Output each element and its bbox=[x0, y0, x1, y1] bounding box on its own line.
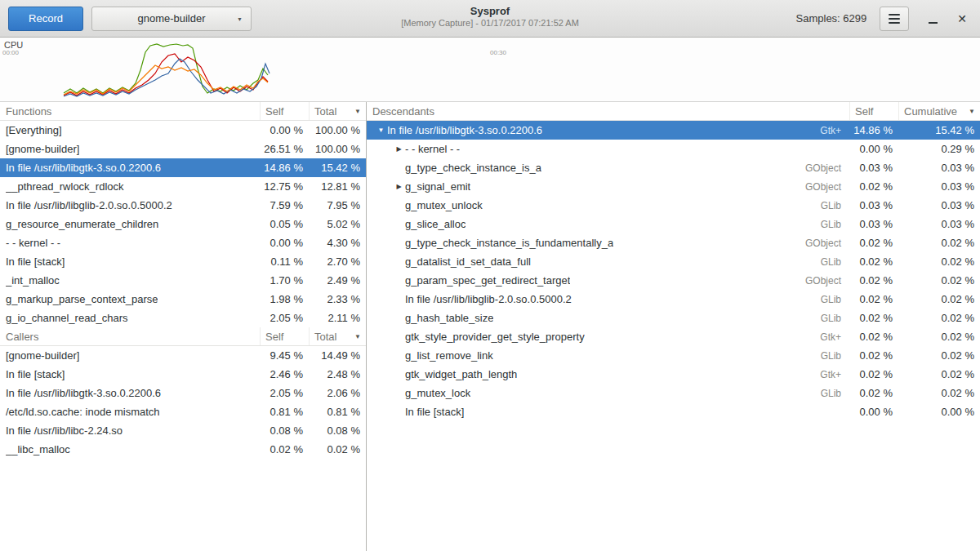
menu-button[interactable] bbox=[880, 7, 909, 31]
table-row[interactable]: In file /usr/lib/libgtk-3.so.0.2200.62.0… bbox=[0, 384, 366, 402]
table-row[interactable]: _int_malloc1.70 %2.49 % bbox=[0, 271, 366, 290]
column-header-total[interactable]: Total ▼ bbox=[309, 327, 366, 345]
row-name-cell: [gnome-builder] bbox=[0, 140, 260, 158]
column-header-self[interactable]: Self bbox=[260, 327, 309, 345]
self-percent: 14.86 % bbox=[260, 158, 309, 177]
table-row[interactable]: In file [stack]0.11 %2.70 % bbox=[0, 252, 366, 271]
table-row[interactable]: gtk_widget_path_lengthGtk+0.02 %0.02 % bbox=[367, 365, 980, 384]
library-label: Gtk+ bbox=[820, 331, 849, 343]
table-row[interactable]: g_resource_enumerate_children0.05 %5.02 … bbox=[0, 215, 366, 233]
total-percent: 2.49 % bbox=[309, 271, 366, 290]
table-row[interactable]: - - kernel - -0.00 %4.30 % bbox=[0, 233, 366, 252]
library-label: GLib bbox=[821, 294, 849, 305]
tree-indent bbox=[372, 355, 393, 356]
table-row[interactable]: g_datalist_id_set_data_fullGLib0.02 %0.0… bbox=[367, 252, 980, 271]
column-header-callers[interactable]: Callers bbox=[0, 327, 260, 345]
self-percent: 1.70 % bbox=[260, 271, 309, 290]
function-name: [Everything] bbox=[6, 124, 62, 136]
self-percent: 2.05 % bbox=[260, 384, 309, 402]
table-row[interactable]: ▼In file /usr/lib/libgtk-3.so.0.2200.6Gt… bbox=[367, 121, 980, 140]
row-name-cell: ▶- - kernel - - bbox=[367, 140, 849, 158]
table-row[interactable]: g_markup_parse_context_parse1.98 %2.33 % bbox=[0, 290, 366, 309]
total-percent: 0.03 % bbox=[898, 158, 980, 177]
table-row[interactable]: [gnome-builder]26.51 %100.00 % bbox=[0, 140, 366, 158]
close-button[interactable]: ✕ bbox=[957, 13, 967, 24]
column-header-self[interactable]: Self bbox=[260, 102, 309, 120]
table-row[interactable]: g_param_spec_get_redirect_targetGObject0… bbox=[367, 271, 980, 290]
total-percent: 12.81 % bbox=[309, 177, 366, 196]
table-row[interactable]: ▶- - kernel - -0.00 %0.29 % bbox=[367, 140, 980, 158]
table-row[interactable]: [Everything]0.00 %100.00 % bbox=[0, 121, 366, 140]
function-name: g_list_remove_link bbox=[405, 349, 493, 362]
minimize-button[interactable] bbox=[929, 13, 938, 24]
table-row[interactable]: g_slice_allocGLib0.03 %0.03 % bbox=[367, 215, 980, 233]
self-percent: 0.81 % bbox=[260, 402, 309, 421]
function-name: In file /usr/lib/libc-2.24.so bbox=[6, 424, 122, 437]
self-percent: 14.86 % bbox=[849, 121, 898, 140]
tree-indent bbox=[372, 224, 393, 224]
self-percent: 0.02 % bbox=[849, 233, 898, 252]
column-header-cumulative[interactable]: Cumulative ▼ bbox=[898, 102, 980, 120]
function-name: gtk_widget_path_length bbox=[405, 368, 517, 380]
main-content: Functions Self Total ▼ [Everything]0.00 … bbox=[0, 102, 980, 551]
time-tick-mid: 00:30 bbox=[490, 49, 506, 56]
expander-closed-icon[interactable]: ▶ bbox=[393, 145, 405, 153]
table-row[interactable]: In file [stack]0.00 %0.00 % bbox=[367, 402, 980, 421]
record-button[interactable]: Record bbox=[8, 7, 83, 31]
table-row[interactable]: g_type_check_instance_is_fundamentally_a… bbox=[367, 233, 980, 252]
table-row[interactable]: In file /usr/lib/libgtk-3.so.0.2200.614.… bbox=[0, 158, 366, 177]
row-name-cell: g_io_channel_read_chars bbox=[0, 309, 260, 327]
table-row[interactable]: g_mutex_lockGLib0.02 %0.02 % bbox=[367, 384, 980, 402]
function-name: g_mutex_lock bbox=[405, 387, 470, 399]
table-row[interactable]: In file /usr/lib/libc-2.24.so0.08 %0.08 … bbox=[0, 421, 366, 440]
total-percent: 0.02 % bbox=[898, 365, 980, 384]
table-row[interactable]: /etc/ld.so.cache: inode mismatch0.81 %0.… bbox=[0, 402, 366, 421]
library-label: GLib bbox=[821, 313, 849, 324]
column-label: Functions bbox=[6, 105, 51, 118]
cpu-graph[interactable]: CPU 00:00 00:30 bbox=[0, 38, 980, 102]
table-row[interactable]: In file /usr/lib/libglib-2.0.so.0.5000.2… bbox=[0, 196, 366, 215]
function-name: [gnome-builder] bbox=[6, 143, 79, 155]
table-row[interactable]: g_io_channel_read_chars2.05 %2.11 % bbox=[0, 309, 366, 327]
total-percent: 14.49 % bbox=[309, 346, 366, 365]
table-row[interactable]: g_list_remove_linkGLib0.02 %0.02 % bbox=[367, 346, 980, 365]
function-name: In file /usr/lib/libgtk-3.so.0.2200.6 bbox=[6, 162, 161, 174]
library-label: GObject bbox=[805, 275, 849, 287]
function-name: In file [stack] bbox=[6, 368, 65, 380]
function-name: __pthread_rwlock_rdlock bbox=[6, 180, 124, 193]
self-percent: 0.00 % bbox=[849, 140, 898, 158]
column-header-descendants[interactable]: Descendants bbox=[367, 102, 849, 120]
table-row[interactable]: In file [stack]2.46 %2.48 % bbox=[0, 365, 366, 384]
expander-closed-icon[interactable]: ▶ bbox=[393, 183, 405, 190]
column-header-total[interactable]: Total ▼ bbox=[309, 102, 366, 120]
total-percent: 15.42 % bbox=[309, 158, 366, 177]
table-row[interactable]: g_hash_table_sizeGLib0.02 %0.02 % bbox=[367, 309, 980, 327]
self-percent: 2.46 % bbox=[260, 365, 309, 384]
column-label: Cumulative bbox=[904, 105, 957, 118]
library-label: Gtk+ bbox=[820, 369, 849, 380]
library-label: GLib bbox=[821, 219, 849, 230]
process-selector[interactable]: gnome-builder ▼ bbox=[91, 7, 252, 31]
tree-indent bbox=[372, 336, 393, 337]
column-header-functions[interactable]: Functions bbox=[0, 102, 260, 120]
tree-indent bbox=[372, 186, 393, 187]
table-row[interactable]: [gnome-builder]9.45 %14.49 % bbox=[0, 346, 366, 365]
table-row[interactable]: g_mutex_unlockGLib0.03 %0.03 % bbox=[367, 196, 980, 215]
function-name: g_type_check_instance_is_fundamentally_a bbox=[405, 237, 613, 249]
table-row[interactable]: __pthread_rwlock_rdlock12.75 %12.81 % bbox=[0, 177, 366, 196]
time-tick-start: 00:00 bbox=[2, 49, 19, 56]
table-row[interactable]: gtk_style_provider_get_style_propertyGtk… bbox=[367, 327, 980, 346]
table-row[interactable]: ▶g_signal_emitGObject0.02 %0.03 % bbox=[367, 177, 980, 196]
table-row[interactable]: __libc_malloc0.02 %0.02 % bbox=[0, 440, 366, 459]
library-label: GLib bbox=[821, 200, 849, 211]
column-header-self[interactable]: Self bbox=[849, 102, 898, 120]
library-label: GLib bbox=[821, 256, 849, 268]
self-percent: 0.02 % bbox=[849, 365, 898, 384]
total-percent: 0.03 % bbox=[898, 215, 980, 233]
tree-indent bbox=[372, 167, 393, 168]
column-label: Callers bbox=[6, 331, 38, 343]
self-percent: 0.03 % bbox=[849, 158, 898, 177]
expander-open-icon[interactable]: ▼ bbox=[375, 127, 387, 134]
table-row[interactable]: g_type_check_instance_is_aGObject0.03 %0… bbox=[367, 158, 980, 177]
table-row[interactable]: In file /usr/lib/libglib-2.0.so.0.5000.2… bbox=[367, 290, 980, 309]
